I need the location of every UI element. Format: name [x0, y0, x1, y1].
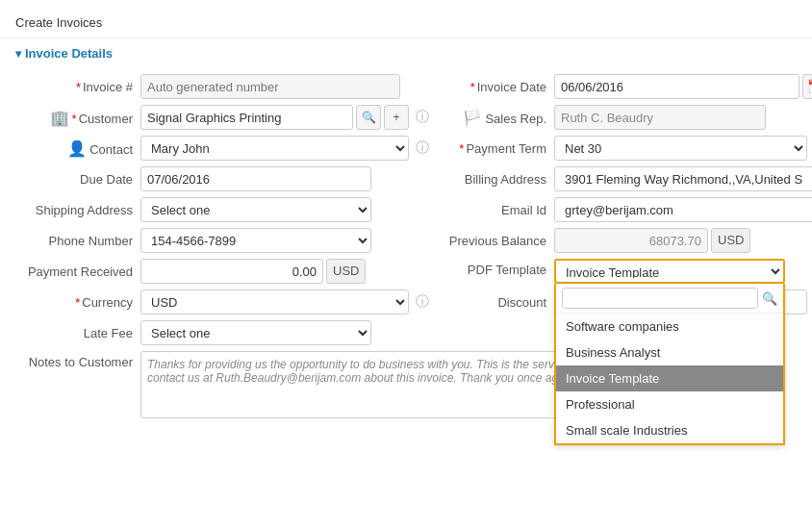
shipping-address-label: Shipping Address	[15, 203, 140, 217]
phone-number-label: Phone Number	[15, 234, 140, 248]
pdf-template-select[interactable]: Invoice Template	[554, 259, 785, 284]
calendar-icon[interactable]: 📅	[802, 74, 812, 99]
section-label: Invoice Details	[25, 46, 113, 61]
phone-number-select[interactable]: 154-4566-7899	[140, 228, 371, 253]
customer-info-icon[interactable]: ⓘ	[416, 109, 429, 126]
previous-balance-label: Previous Balance	[429, 234, 554, 248]
due-date-input[interactable]	[140, 166, 371, 191]
invoice-number-input[interactable]	[140, 74, 400, 99]
payment-received-input[interactable]	[140, 259, 323, 284]
sales-rep-input[interactable]	[554, 105, 766, 130]
invoice-number-label: *Invoice #	[15, 80, 140, 94]
invoice-details-section[interactable]: Invoice Details	[0, 38, 812, 68]
currency-select[interactable]: USD	[140, 289, 409, 314]
due-date-label: Due Date	[15, 172, 140, 187]
email-id-select[interactable]: grtey@berijam.com	[554, 197, 812, 222]
payment-received-currency: USD	[326, 259, 366, 284]
pdf-template-dropdown-menu: 🔍 Software companies Business Analyst In…	[554, 284, 785, 445]
payment-received-label: Payment Received	[15, 264, 140, 279]
billing-address-label: Billing Address	[429, 172, 554, 187]
dropdown-item-small-scale[interactable]: Small scale Industries	[556, 417, 783, 443]
late-fee-select[interactable]: Select one	[140, 320, 371, 345]
contact-label: 👤Contact	[15, 139, 140, 158]
currency-label: *Currency	[15, 295, 140, 310]
dropdown-item-business-analyst[interactable]: Business Analyst	[556, 339, 783, 365]
dropdown-search-input[interactable]	[562, 288, 758, 309]
contact-info-icon[interactable]: ⓘ	[416, 139, 429, 157]
payment-term-select[interactable]: Net 30	[554, 136, 807, 161]
pdf-template-label: PDF Template	[429, 259, 554, 277]
payment-term-label: *Payment Term	[429, 141, 554, 156]
dropdown-search-bar[interactable]: 🔍	[556, 284, 783, 314]
email-id-label: Email Id	[429, 203, 554, 217]
dropdown-item-invoice-template[interactable]: Invoice Template	[556, 365, 783, 391]
customer-input[interactable]	[140, 105, 353, 130]
page-header: Create Invoices	[0, 0, 812, 38]
contact-select[interactable]: Mary John	[140, 136, 409, 161]
dropdown-item-software-companies[interactable]: Software companies	[556, 314, 783, 339]
customer-add-button[interactable]: +	[384, 105, 409, 130]
previous-balance-currency: USD	[711, 228, 750, 253]
previous-balance-input	[554, 228, 708, 253]
dropdown-item-professional[interactable]: Professional	[556, 391, 783, 417]
customer-search-button[interactable]: 🔍	[356, 105, 381, 130]
invoice-date-label: *Invoice Date	[429, 80, 554, 94]
page-title: Create Invoices	[15, 15, 102, 30]
invoice-date-input[interactable]	[554, 74, 799, 99]
customer-label: 🏢*Customer	[15, 109, 140, 127]
dropdown-scroll-area: Software companies Business Analyst Invo…	[556, 314, 783, 443]
currency-info-icon[interactable]: ⓘ	[416, 293, 429, 311]
dropdown-search-icon: 🔍	[762, 291, 777, 306]
discount-label: Discount	[429, 295, 554, 310]
sales-rep-label: 🏳️Sales Rep.	[429, 109, 554, 127]
notes-label: Notes to Customer	[15, 351, 140, 369]
late-fee-label: Late Fee	[15, 326, 140, 340]
billing-address-select[interactable]: 3901 Fleming Way Richmond,,VA,United S	[554, 166, 812, 191]
shipping-address-select[interactable]: Select one	[140, 197, 371, 222]
